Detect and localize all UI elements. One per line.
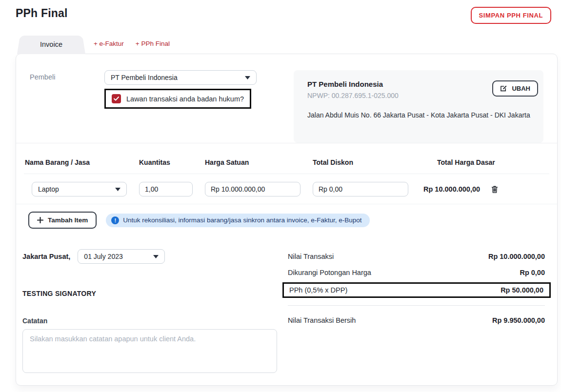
tambah-item-button[interactable]: Tambah Item xyxy=(28,212,97,229)
chevron-down-icon xyxy=(245,76,250,79)
tab-bar: Invoice + e-Faktur + PPh Final xyxy=(23,36,561,54)
header-kuantitas: Kuantitas xyxy=(139,158,193,166)
header-total-harga-dasar: Total Harga Dasar xyxy=(421,158,549,166)
summary-row-potongan-harga: Dikurangi Potongan Harga Rp 0,00 xyxy=(288,266,545,279)
chevron-down-icon xyxy=(153,255,159,258)
ubah-button[interactable]: UBAH xyxy=(492,80,538,97)
info-icon: ! xyxy=(111,216,119,224)
buyer-label: Pembeli xyxy=(30,70,104,143)
buyer-npwp: NPWP: 00.287.695.1-025.000 xyxy=(307,92,485,99)
items-header-row: Nama Barang / Jasa Kuantitas Harga Satua… xyxy=(16,143,557,174)
buyer-address: Jalan Abdul Muis No. 66 Jakarta Pusat - … xyxy=(307,111,532,119)
item-row: Laptop Rp 10.000.000,00 xyxy=(16,174,557,204)
buyer-name: PT Pembeli Indonesia xyxy=(307,80,485,88)
signatory-name: TESTING SIGNATORY xyxy=(22,290,286,297)
summary-row-pph-highlighted: PPh (0,5% x DPP) Rp 50.000,00 xyxy=(282,282,551,298)
sync-info-text: Untuk rekonsiliasi, informasi barang/jas… xyxy=(123,216,361,224)
invoice-date-select[interactable]: 01 July 2023 xyxy=(78,249,165,264)
summary-row-nilai-bersih: Nilai Transaksi Bersih Rp 9.950.000,00 xyxy=(288,316,545,324)
tab-add-efaktur[interactable]: + e-Faktur xyxy=(94,40,124,47)
item-total-value: Rp 10.000.000,00 xyxy=(423,185,480,193)
bottom-section: Jakarta Pusat, 01 July 2023 TESTING SIGN… xyxy=(16,229,557,373)
buyer-info-panel: PT Pembeli Indonesia NPWP: 00.287.695.1-… xyxy=(294,70,543,143)
add-item-row: Tambah Item ! Untuk rekonsiliasi, inform… xyxy=(16,204,557,229)
page-title: PPh Final xyxy=(16,7,68,20)
item-name-value: Laptop xyxy=(38,185,59,193)
invoice-date-value: 01 July 2023 xyxy=(84,253,122,260)
edit-pencil-icon xyxy=(500,85,507,92)
unit-price-input[interactable] xyxy=(205,182,301,196)
delete-item-trash-icon[interactable] xyxy=(491,185,499,194)
summary-panel: Nilai Transaksi Rp 10.000.000,00 Dikuran… xyxy=(288,249,545,373)
tab-add-pph-final[interactable]: + PPh Final xyxy=(136,40,170,47)
summary-divider xyxy=(288,305,545,306)
sync-info-banner: ! Untuk rekonsiliasi, informasi barang/j… xyxy=(106,214,369,227)
summary-row-nilai-transaksi: Nilai Transaksi Rp 10.000.000,00 xyxy=(288,250,545,263)
tab-invoice[interactable]: Invoice xyxy=(23,36,79,54)
simpan-pph-final-button[interactable]: SIMPAN PPH FINAL xyxy=(471,7,551,24)
item-name-select[interactable]: Laptop xyxy=(32,182,127,196)
buyer-select-value: PT Pembeli Indonesia xyxy=(111,74,178,81)
header-nama-barang: Nama Barang / Jasa xyxy=(25,158,127,166)
quantity-input[interactable] xyxy=(139,182,193,196)
legal-entity-checkbox[interactable] xyxy=(112,94,121,103)
notes-textarea[interactable] xyxy=(22,329,277,373)
legal-entity-checkbox-label: Lawan transaksi anda badan hukum? xyxy=(126,95,244,103)
legal-entity-highlight-box: Lawan transaksi anda badan hukum? xyxy=(104,89,251,109)
city-label: Jakarta Pusat, xyxy=(22,253,70,260)
top-bar: PPh Final SIMPAN PPH FINAL xyxy=(0,0,561,24)
invoice-card: Pembeli PT Pembeli Indonesia Lawan trans… xyxy=(16,54,558,386)
discount-input[interactable] xyxy=(313,182,408,196)
header-harga-satuan: Harga Satuan xyxy=(205,158,301,166)
plus-icon xyxy=(37,217,43,223)
checkmark-icon xyxy=(114,97,119,101)
header-total-diskon: Total Diskon xyxy=(313,158,408,166)
notes-label: Catatan xyxy=(22,317,286,325)
buyer-section: Pembeli PT Pembeli Indonesia Lawan trans… xyxy=(16,54,557,143)
buyer-select[interactable]: PT Pembeli Indonesia xyxy=(104,70,257,85)
chevron-down-icon xyxy=(115,188,120,191)
